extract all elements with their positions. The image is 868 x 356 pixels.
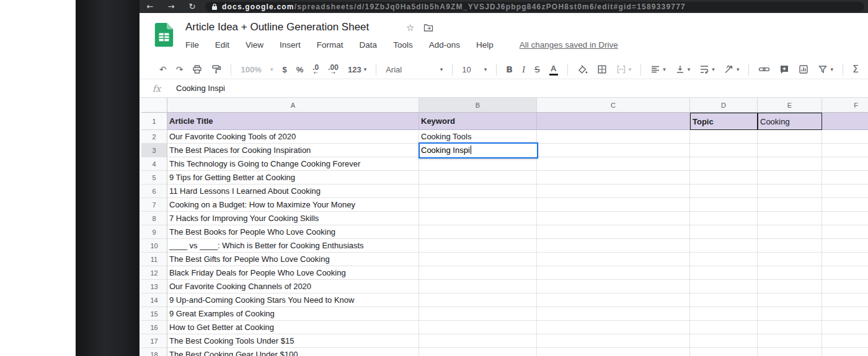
cell-C10[interactable] <box>537 239 690 253</box>
horizontal-align-button[interactable]: ▾ <box>650 64 666 74</box>
formula-input[interactable]: Cooking Inspi <box>176 84 225 93</box>
cell-C5[interactable] <box>537 171 690 185</box>
cell-B10[interactable] <box>419 239 537 253</box>
cell-F12[interactable] <box>822 266 868 280</box>
cell-E6[interactable] <box>758 185 822 198</box>
row-header-10[interactable]: 10 <box>141 239 167 253</box>
cell-C9[interactable] <box>537 225 690 239</box>
cell-C4[interactable] <box>537 157 690 171</box>
cell-F3[interactable] <box>822 144 868 157</box>
functions-button[interactable]: Σ <box>852 64 859 74</box>
cell-B8[interactable] <box>419 212 537 225</box>
text-wrap-button[interactable]: ▾ <box>699 64 715 74</box>
row-header-3[interactable]: 3 <box>141 144 167 157</box>
reload-icon[interactable]: ↻ <box>182 0 203 13</box>
cell-C12[interactable] <box>537 266 690 280</box>
cell-D2[interactable] <box>690 130 758 144</box>
cell-E11[interactable] <box>758 253 822 266</box>
cell-F8[interactable] <box>822 212 868 225</box>
format-currency-button[interactable]: $ <box>282 66 286 74</box>
cell-F1[interactable] <box>822 113 868 130</box>
cell-C3[interactable] <box>537 144 690 157</box>
cell-E3[interactable] <box>758 144 822 157</box>
cell-E18[interactable] <box>758 348 822 356</box>
row-header-6[interactable]: 6 <box>141 185 167 198</box>
column-header-D[interactable]: D <box>690 98 758 113</box>
cell-A2[interactable]: Our Favorite Cooking Tools of 2020 <box>167 130 419 144</box>
row-header-18[interactable]: 18 <box>141 348 167 356</box>
doc-title[interactable]: Article Idea + Outline Generation Sheet <box>185 21 369 33</box>
cell-F11[interactable] <box>822 253 868 266</box>
cell-A5[interactable]: 9 Tips for Getting Better at Cooking <box>167 171 419 185</box>
cell-E17[interactable] <box>758 334 822 348</box>
cell-C16[interactable] <box>537 321 690 334</box>
cell-A1[interactable]: Article Title <box>167 113 419 130</box>
font-select[interactable]: Arial▾ <box>386 66 443 74</box>
menu-tools[interactable]: Tools <box>393 40 413 50</box>
cell-editor[interactable]: Cooking Inspi <box>418 142 538 158</box>
cell-B12[interactable] <box>419 266 537 280</box>
cell-C18[interactable] <box>537 348 690 356</box>
cell-D18[interactable] <box>690 348 758 356</box>
increase-decimal-button[interactable]: .00→ <box>328 64 339 76</box>
row-header-9[interactable]: 9 <box>141 225 167 239</box>
insert-link-icon[interactable] <box>758 64 770 74</box>
insert-chart-icon[interactable] <box>799 64 808 74</box>
cell-A13[interactable]: Our Favorite Cooking Channels of 2020 <box>167 280 419 293</box>
cell-B11[interactable] <box>419 253 537 266</box>
cell-E7[interactable] <box>758 198 822 212</box>
borders-icon[interactable] <box>597 64 607 74</box>
column-header-E[interactable]: E <box>758 98 822 113</box>
zoom-select[interactable]: 100%▾ <box>241 66 273 74</box>
cell-D4[interactable] <box>690 157 758 171</box>
cell-A3[interactable]: The Best Places for Cooking Inspiration <box>167 144 419 157</box>
cell-C14[interactable] <box>537 293 690 307</box>
decrease-decimal-button[interactable]: .0← <box>312 64 319 76</box>
row-header-2[interactable]: 2 <box>141 130 167 144</box>
cell-B2[interactable]: Cooking Tools <box>419 130 537 144</box>
address-bar[interactable]: docs.google.com/spreadsheets/d/19ZbJq0Ha… <box>205 2 864 12</box>
merge-cells-button[interactable]: ▾ <box>616 64 632 74</box>
format-percent-button[interactable]: % <box>296 66 304 74</box>
cell-F13[interactable] <box>822 280 868 293</box>
cell-B14[interactable] <box>419 293 537 307</box>
cell-A6[interactable]: 11 Hard Lessons I Learned About Cooking <box>167 185 419 198</box>
undo-icon[interactable]: ↶ <box>159 65 167 74</box>
menu-file[interactable]: File <box>185 40 199 50</box>
cell-C8[interactable] <box>537 212 690 225</box>
cell-F6[interactable] <box>822 185 868 198</box>
cell-E5[interactable] <box>758 171 822 185</box>
cell-D1[interactable]: Topic <box>690 113 758 130</box>
cell-B16[interactable] <box>419 321 537 334</box>
cell-A4[interactable]: This Technology is Going to Change Cooki… <box>167 157 419 171</box>
cell-C1[interactable] <box>537 113 690 130</box>
bold-button[interactable]: B <box>506 65 513 74</box>
cell-D5[interactable] <box>690 171 758 185</box>
cell-B5[interactable] <box>419 171 537 185</box>
row-header-13[interactable]: 13 <box>141 280 167 293</box>
cell-D8[interactable] <box>690 212 758 225</box>
save-status[interactable]: All changes saved in Drive <box>520 40 618 50</box>
cell-E14[interactable] <box>758 293 822 307</box>
cell-D13[interactable] <box>690 280 758 293</box>
row-header-1[interactable]: 1 <box>141 113 167 130</box>
menu-help[interactable]: Help <box>476 40 494 50</box>
cell-A14[interactable]: 9 Up-and-Coming Cooking Stars You Need t… <box>167 293 419 307</box>
cell-A8[interactable]: 7 Hacks for Improving Your Cooking Skill… <box>167 212 419 225</box>
strikethrough-button[interactable]: S <box>534 65 540 74</box>
cell-E12[interactable] <box>758 266 822 280</box>
cell-D10[interactable] <box>690 239 758 253</box>
select-all-corner[interactable] <box>141 98 167 113</box>
cell-B15[interactable] <box>419 307 537 321</box>
row-header-15[interactable]: 15 <box>141 307 167 321</box>
cell-A15[interactable]: 9 Great Examples of Cooking <box>167 307 419 321</box>
menu-edit[interactable]: Edit <box>215 40 229 50</box>
cell-F2[interactable] <box>822 130 868 144</box>
vertical-align-button[interactable]: ▾ <box>675 64 691 74</box>
cell-B9[interactable] <box>419 225 537 239</box>
menu-addons[interactable]: Add-ons <box>429 40 460 50</box>
cell-A17[interactable]: The Best Cooking Tools Under $15 <box>167 334 419 348</box>
cell-D17[interactable] <box>690 334 758 348</box>
cell-D15[interactable] <box>690 307 758 321</box>
cell-C7[interactable] <box>537 198 690 212</box>
